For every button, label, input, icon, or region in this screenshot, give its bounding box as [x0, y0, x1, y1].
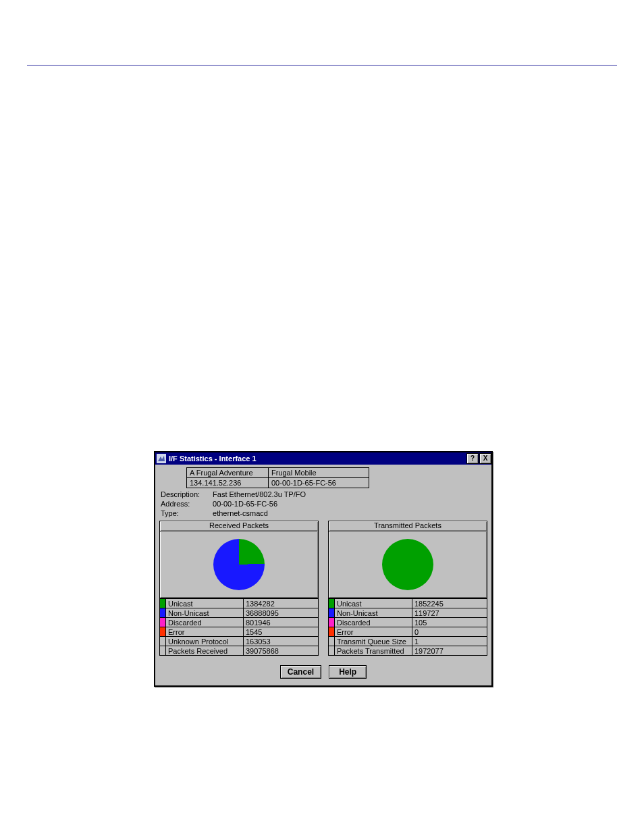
- transmitted-panel: Transmitted Packets Unicast1852245Non-Un…: [328, 521, 487, 656]
- table-row: 134.141.52.236 00-00-1D-65-FC-56: [187, 478, 369, 488]
- table-row: Unicast1852245: [329, 599, 487, 608]
- stat-label: Packets Received: [166, 646, 244, 656]
- table-row: Error1545: [160, 627, 319, 637]
- stat-value: 0: [412, 627, 487, 637]
- stat-label: Packets Transmitted: [335, 646, 412, 656]
- legend-swatch: [160, 618, 166, 627]
- stat-label: Unicast: [335, 599, 412, 608]
- page-divider: [27, 65, 617, 66]
- table-row: Unicast1384282: [160, 599, 319, 608]
- legend-swatch: [329, 599, 335, 608]
- stat-value: 801946: [244, 618, 319, 627]
- meta-type-value: ethernet-csmacd: [213, 509, 268, 517]
- stat-label: Transmit Queue Size: [335, 637, 412, 646]
- received-panel: Received Packets Unicast1384282Non-Unica…: [159, 521, 319, 656]
- help-button[interactable]: Help: [329, 665, 367, 679]
- device-mac-cell: 00-00-1D-65-FC-56: [269, 478, 369, 488]
- stat-value: 119727: [412, 608, 487, 618]
- if-statistics-dialog: I/F Statistics - Interface 1 ? X A Fruga…: [154, 451, 493, 687]
- table-row: Non-Unicast36888095: [160, 608, 319, 618]
- table-row: A Frugal Adventure Frugal Mobile: [187, 468, 369, 478]
- stat-value: 1852245: [412, 599, 487, 608]
- table-row: Unknown Protocol163053: [160, 637, 319, 646]
- stat-value: 39075868: [244, 646, 319, 656]
- received-stats-table: Unicast1384282Non-Unicast36888095Discard…: [159, 598, 319, 656]
- received-title: Received Packets: [159, 521, 319, 531]
- stat-value: 1972077: [412, 646, 487, 656]
- meta-description-value: Fast Ethernet/802.3u TP/FO: [213, 490, 306, 498]
- transmitted-pie-chart: [328, 531, 487, 598]
- stat-label: Non-Unicast: [166, 608, 244, 618]
- legend-swatch: [160, 646, 166, 656]
- stat-label: Error: [166, 627, 244, 637]
- received-pie-chart: [159, 531, 319, 598]
- stat-value: 1384282: [244, 599, 319, 608]
- table-row: Discarded105: [329, 618, 487, 627]
- transmitted-title: Transmitted Packets: [328, 521, 487, 531]
- close-titlebar-button[interactable]: X: [479, 453, 491, 464]
- stat-label: Non-Unicast: [335, 608, 412, 618]
- dialog-buttons: Cancel Help: [155, 661, 491, 685]
- stat-value: 1545: [244, 627, 319, 637]
- help-titlebar-button[interactable]: ?: [466, 453, 479, 464]
- device-name-cell: A Frugal Adventure: [187, 468, 269, 478]
- meta-description-label: Description:: [161, 490, 211, 499]
- stat-value: 163053: [244, 637, 319, 646]
- table-row: Error0: [329, 627, 487, 637]
- stat-label: Unicast: [166, 599, 244, 608]
- table-row: Packets Transmitted1972077: [329, 646, 487, 656]
- table-row: Non-Unicast119727: [329, 608, 487, 618]
- table-row: Transmit Queue Size1: [329, 637, 487, 646]
- stat-value: 36888095: [244, 608, 319, 618]
- stat-value: 105: [412, 618, 487, 627]
- table-row: Discarded801946: [160, 618, 319, 627]
- interface-meta: Description: Fast Ethernet/802.3u TP/FO …: [161, 490, 491, 518]
- legend-swatch: [160, 627, 166, 637]
- meta-type-label: Type:: [161, 509, 211, 518]
- stat-label: Unknown Protocol: [166, 637, 244, 646]
- cancel-button[interactable]: Cancel: [280, 665, 321, 679]
- device-ip-cell: 134.141.52.236: [187, 478, 269, 488]
- device-alias-cell: Frugal Mobile: [269, 468, 369, 478]
- legend-swatch: [329, 618, 335, 627]
- stat-label: Error: [335, 627, 412, 637]
- legend-swatch: [160, 608, 166, 618]
- titlebar[interactable]: I/F Statistics - Interface 1 ? X: [155, 452, 491, 465]
- stat-label: Discarded: [335, 618, 412, 627]
- meta-address-value: 00-00-1D-65-FC-56: [213, 500, 277, 508]
- stat-value: 1: [412, 637, 487, 646]
- meta-address-label: Address:: [161, 499, 211, 509]
- table-row: Packets Received39075868: [160, 646, 319, 656]
- legend-swatch: [329, 646, 335, 656]
- transmitted-stats-table: Unicast1852245Non-Unicast119727Discarded…: [328, 598, 487, 656]
- stat-label: Discarded: [166, 618, 244, 627]
- app-icon: [157, 454, 166, 463]
- legend-swatch: [329, 627, 335, 637]
- legend-swatch: [329, 637, 335, 646]
- legend-swatch: [329, 608, 335, 618]
- legend-swatch: [160, 637, 166, 646]
- legend-swatch: [160, 599, 166, 608]
- dialog-title: I/F Statistics - Interface 1: [169, 454, 466, 463]
- device-info-table: A Frugal Adventure Frugal Mobile 134.141…: [186, 467, 369, 488]
